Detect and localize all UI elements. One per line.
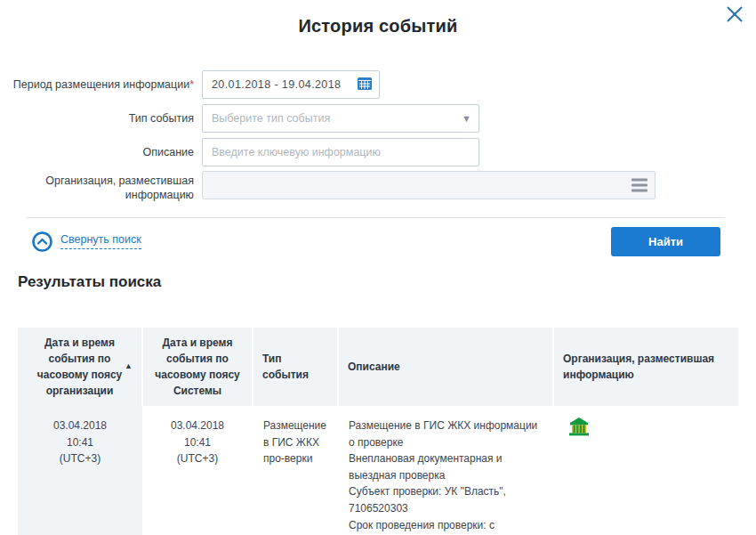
bank-icon[interactable]: [569, 417, 589, 442]
form-divider: [27, 217, 725, 218]
hamburger-icon[interactable]: [631, 176, 647, 195]
description-line: Срок проведения проверки: с 11.11.2016 п…: [349, 517, 546, 535]
table-header-row: Дата и время события по часовому поясу о…: [18, 328, 738, 406]
organization-label: Организация, разместившая информацию: [0, 171, 202, 203]
cell-event-type: Размещение в ГИС ЖКХ про-верки: [253, 406, 338, 535]
organization-label-line2: информацию: [0, 188, 194, 202]
period-input[interactable]: 20.01.2018 - 19.04.2018: [202, 70, 380, 99]
required-asterisk: *: [189, 78, 194, 91]
cell-organization: [553, 406, 738, 535]
chevron-down-icon[interactable]: ▼: [462, 113, 471, 124]
actions-bar: Свернуть поиск Найти: [32, 225, 720, 257]
description-input[interactable]: Введите ключевую информацию: [202, 138, 479, 166]
period-value: 20.01.2018 - 19.04.2018: [212, 78, 341, 91]
header-system-timezone[interactable]: Дата и время события по часовому поясу С…: [142, 328, 253, 406]
collapse-search-link[interactable]: Свернуть поиск: [32, 231, 141, 252]
organization-input[interactable]: [202, 171, 655, 199]
org-tz-date: 03.04.2018: [27, 417, 133, 434]
org-tz-utc: (UTC+3): [27, 450, 133, 467]
description-line: Субъект проверки: УК "Власть", 710652030…: [349, 483, 546, 516]
org-tz-time: 10:41: [27, 434, 133, 451]
description-line: Внеплановая документарная и выездная про…: [349, 450, 546, 483]
table-row[interactable]: 03.04.2018 10:41 (UTC+3) 03.04.2018 10:4…: [18, 406, 738, 535]
event-type-label: Тип события: [0, 111, 202, 126]
period-row: Период размещения информации* 20.01.2018…: [0, 69, 756, 100]
chevron-up-circle-icon[interactable]: [32, 231, 52, 252]
header-org-timezone-label: Дата и время события по часовому поясу о…: [37, 336, 123, 397]
organization-row: Организация, разместившая информацию: [0, 171, 756, 203]
header-org-timezone[interactable]: Дата и время события по часовому поясу о…: [18, 328, 142, 406]
page-title: История событий: [0, 16, 756, 36]
collapse-search-label[interactable]: Свернуть поиск: [60, 233, 141, 249]
cell-system-timezone: 03.04.2018 10:41 (UTC+3): [142, 406, 253, 535]
event-history-modal: История событий Период размещения информ…: [0, 0, 756, 535]
cell-org-timezone: 03.04.2018 10:41 (UTC+3): [18, 406, 142, 535]
sort-ascending-icon[interactable]: ▲: [125, 361, 133, 373]
search-form: Период размещения информации* 20.01.2018…: [0, 69, 756, 207]
organization-label-line1: Организация, разместившая: [0, 174, 194, 188]
search-button[interactable]: Найти: [611, 227, 720, 256]
results-heading: Результаты поиска: [18, 273, 161, 291]
event-type-row: Тип события Выберите тип события ▼: [0, 103, 756, 134]
sys-tz-utc: (UTC+3): [151, 450, 244, 467]
event-type-select[interactable]: Выберите тип события ▼: [202, 104, 479, 133]
description-line: Размещение в ГИС ЖКХ информации о провер…: [349, 417, 546, 450]
sys-tz-time: 10:41: [151, 434, 244, 451]
description-row: Описание Введите ключевую информацию: [0, 137, 756, 167]
period-label-text: Период размещения информации: [13, 78, 189, 91]
results-table: Дата и время события по часовому поясу о…: [18, 328, 738, 535]
description-label: Описание: [0, 145, 202, 159]
description-placeholder: Введите ключевую информацию: [212, 146, 381, 158]
header-event-type[interactable]: Тип события: [253, 328, 338, 406]
period-label: Период размещения информации*: [0, 77, 202, 92]
header-organization[interactable]: Организация, разместившая информацию: [553, 328, 738, 406]
event-type-placeholder: Выберите тип события: [212, 112, 330, 125]
sys-tz-date: 03.04.2018: [151, 417, 244, 434]
cell-description: Размещение в ГИС ЖКХ информации о провер…: [338, 406, 553, 535]
calendar-icon[interactable]: [358, 77, 372, 93]
header-description[interactable]: Описание: [338, 328, 553, 406]
